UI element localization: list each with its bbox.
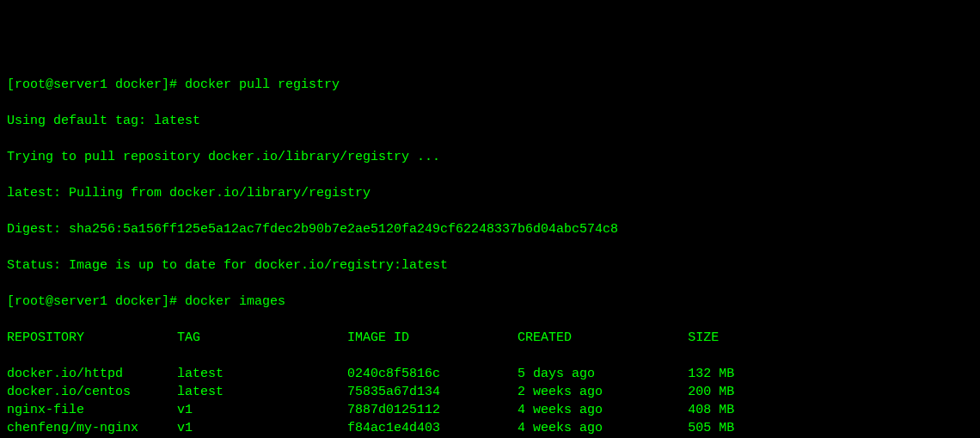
output-line: Status: Image is up to date for docker.i…: [7, 256, 973, 275]
output-line: Trying to pull repository docker.io/libr…: [7, 148, 973, 166]
output-line: latest: Pulling from docker.io/library/r…: [7, 184, 973, 202]
command-text: docker pull registry: [185, 77, 340, 92]
terminal-output: [root@server1 docker]# docker images: [7, 293, 973, 311]
shell-prompt: [root@server1 docker]#: [7, 294, 185, 309]
image-row: chenfeng/my-nginx v1 f84ac1e4d403 4 week…: [7, 419, 973, 437]
terminal-output: [root@server1 docker]# docker pull regis…: [7, 76, 973, 94]
output-line: Using default tag: latest: [7, 112, 973, 130]
shell-prompt: [root@server1 docker]#: [7, 77, 185, 92]
image-row: docker.io/httpd latest 0240c8f5816c 5 da…: [7, 365, 973, 383]
command-text: docker images: [185, 294, 285, 309]
images-header: REPOSITORY TAG IMAGE ID CREATED SIZE: [7, 329, 973, 347]
output-line: Digest: sha256:5a156ff125e5a12ac7fdec2b9…: [7, 220, 973, 238]
image-row: docker.io/centos latest 75835a67d134 2 w…: [7, 383, 973, 401]
image-row: nginx-file v1 7887d0125112 4 weeks ago 4…: [7, 401, 973, 419]
